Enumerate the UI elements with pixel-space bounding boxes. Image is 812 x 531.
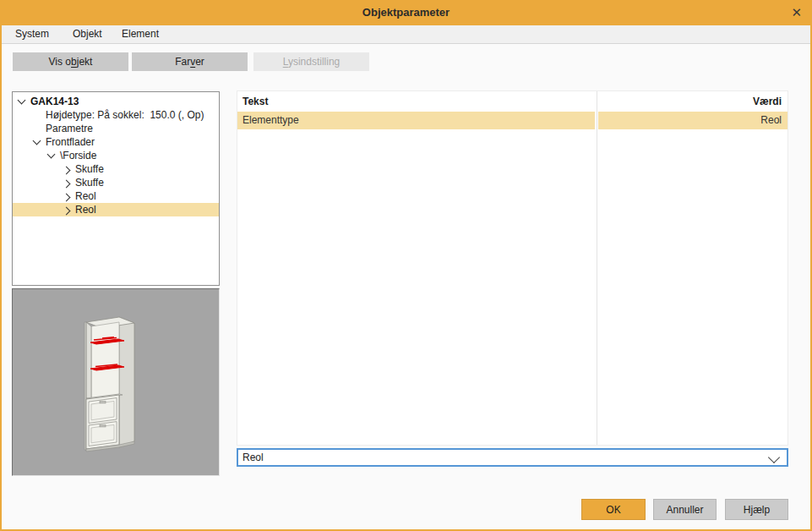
objektparameter-dialog: Objektparameter ✕ System Objekt Element … [0, 0, 812, 531]
chevron-right-icon[interactable] [63, 167, 71, 175]
tree-item-gak14-13[interactable]: GAK14-13 [13, 95, 219, 108]
lysindstilling-button: Lysindstilling [253, 52, 369, 71]
menu-bar: System Objekt Element [2, 25, 810, 44]
tree-item-forside[interactable]: \Forside [13, 149, 219, 162]
value-dropdown[interactable]: Reol [237, 448, 788, 467]
ok-button[interactable]: OK [581, 499, 646, 520]
title-bar[interactable]: Objektparameter ✕ [0, 0, 812, 25]
chevron-right-icon[interactable] [63, 207, 71, 216]
menu-objekt[interactable]: Objekt [73, 25, 102, 43]
tree-item-parametre[interactable]: Parametre [13, 122, 219, 135]
menu-element[interactable]: Element [122, 25, 159, 43]
tree-item-reol-2-selected[interactable]: Reol [13, 203, 219, 216]
object-tree: GAK14-13 Højdetype: På sokkel: 150.0 (, … [12, 91, 220, 286]
vis-objekt-button[interactable]: Vis objekt [13, 52, 128, 71]
tree-item-reol-1[interactable]: Reol [13, 189, 219, 203]
menu-system[interactable]: System [15, 25, 49, 43]
column-divider [597, 91, 597, 445]
chevron-down-icon[interactable] [33, 137, 41, 145]
close-icon[interactable]: ✕ [791, 0, 802, 25]
table-header: Tekst Værdi [237, 91, 787, 112]
cancel-button[interactable]: Annuller [653, 499, 717, 520]
chevron-right-icon[interactable] [63, 194, 71, 202]
cell-tekst: Elementtype [237, 112, 595, 129]
tree-item-skuffe-2[interactable]: Skuffe [13, 176, 219, 189]
window-title: Objektparameter [0, 0, 812, 25]
object-preview-panel [12, 288, 220, 476]
dropdown-selected-value: Reol [243, 450, 264, 465]
chevron-down-icon[interactable] [18, 96, 26, 105]
tree-item-hojdetype[interactable]: Højdetype: På sokkel: 150.0 (, Op) [13, 108, 219, 122]
parameter-table: Tekst Værdi Elementtype Reol [237, 90, 788, 446]
cell-vaerdi: Reol [598, 112, 787, 129]
help-button[interactable]: Hjælp [725, 499, 788, 520]
farver-button[interactable]: Farver [132, 52, 248, 71]
chevron-down-icon[interactable] [47, 151, 56, 159]
chevron-down-icon[interactable] [768, 452, 780, 463]
chevron-right-icon[interactable] [63, 180, 71, 189]
column-header-tekst: Tekst [243, 91, 268, 112]
tree-item-skuffe-1[interactable]: Skuffe [13, 162, 219, 176]
table-row[interactable]: Elementtype Reol [237, 112, 787, 129]
cabinet-preview-image [84, 315, 139, 457]
column-header-vaerdi: Værdi [753, 91, 782, 112]
tree-item-frontflader[interactable]: Frontflader [13, 135, 219, 149]
